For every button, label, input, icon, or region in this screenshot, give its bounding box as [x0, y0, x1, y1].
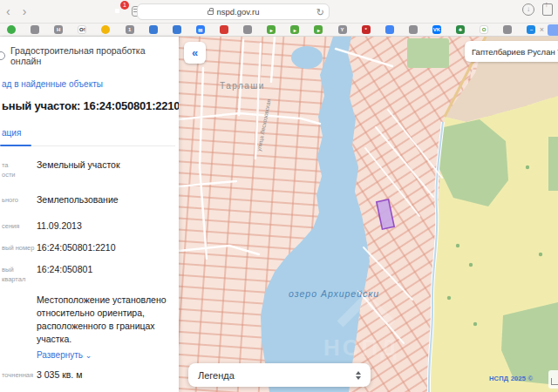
- map-green-strip: [548, 137, 558, 191]
- field-row: точненная 3 035 кв. м: [2, 368, 175, 382]
- bookmark-favicon[interactable]: ~: [527, 25, 535, 34]
- tab-chip[interactable]: [548, 24, 558, 36]
- bookmark-favicon[interactable]: *: [362, 25, 371, 34]
- collapse-panel-button[interactable]: «: [184, 42, 206, 64]
- user-name-box[interactable]: Гаптелбариев Руслан Тагир: [465, 41, 558, 62]
- bookmark-favicon[interactable]: [503, 25, 512, 34]
- app-logo-icon: [0, 51, 5, 60]
- tab-information[interactable]: ация: [2, 128, 21, 138]
- parcel-title: ьный участок: 16:24:050801:2210: [2, 99, 175, 112]
- village-label: Тарлаши: [220, 81, 265, 91]
- app-title: Градостроительная проработка онлайн: [10, 45, 175, 66]
- map-pond: [291, 46, 323, 69]
- field-value: Землепользование: [37, 193, 119, 206]
- map-park: [407, 38, 449, 68]
- bookmark-favicon[interactable]: [7, 25, 16, 34]
- field-row: та ости Земельный участок: [2, 159, 175, 180]
- field-value: 3 035 кв. м: [37, 368, 82, 382]
- field-label: вый номер: [2, 241, 37, 253]
- back-button[interactable]: ‹: [0, 5, 17, 17]
- browser-toolbar: ‹ › 1 nspd.gov.ru ↻ ↓: [0, 0, 558, 24]
- fields-list: та ости Земельный участок ьного Землепол…: [2, 159, 175, 392]
- field-label: вый квартал: [2, 263, 37, 285]
- share-icon[interactable]: [542, 3, 553, 16]
- url-text: nspd.gov.ru: [217, 7, 260, 17]
- downloads-icon[interactable]: ↓: [522, 3, 534, 16]
- svg-text:НСПД: НСПД: [323, 335, 399, 361]
- browser-window: ‹ › 1 nspd.gov.ru ↻ ↓ HO!1✉▸▸▸Y*VK♣O~ ×: [0, 0, 558, 392]
- field-row: вый номер 16:24:050801:2210: [2, 241, 175, 254]
- back-to-results-link[interactable]: ад в найденные объекты: [2, 79, 175, 89]
- bookmark-favicon[interactable]: O!: [78, 25, 86, 34]
- bookmark-favicon[interactable]: [243, 25, 252, 34]
- bookmark-favicon[interactable]: VK: [432, 25, 441, 34]
- bookmark-favicon[interactable]: [149, 25, 158, 34]
- bookmark-favicon[interactable]: [31, 25, 39, 34]
- field-value: Местоположение установлено относительно …: [37, 294, 175, 347]
- bookmark-favicon[interactable]: ▸: [314, 25, 323, 34]
- refresh-icon[interactable]: ↻: [316, 7, 324, 18]
- field-label: та ости: [2, 159, 37, 180]
- bookmark-favicon[interactable]: ♣: [456, 25, 465, 34]
- expand-label: Развернуть: [37, 350, 83, 360]
- field-value: 11.09.2013: [37, 220, 82, 233]
- lock-icon: [208, 10, 214, 15]
- bookmark-favicon[interactable]: [101, 25, 110, 34]
- bookmarks-bar: HO!1✉▸▸▸Y*VK♣O~ ×: [0, 24, 558, 37]
- nspd-copyright: НСПД 2025 ©: [489, 375, 533, 382]
- bookmark-favicon[interactable]: H: [54, 25, 63, 34]
- bookmark-favicon[interactable]: [385, 25, 394, 34]
- field-label: ьного: [2, 193, 37, 205]
- bookmark-favicon[interactable]: [220, 25, 228, 34]
- field-row: ьного Землепользование: [2, 193, 175, 206]
- field-label: точненная: [2, 368, 37, 380]
- chevron-down-icon: ⌄: [85, 351, 92, 360]
- forward-button[interactable]: ›: [17, 5, 33, 17]
- bookmark-favicon[interactable]: [409, 25, 418, 34]
- map-canvas[interactable]: НСПД Тарлаши улица Лесхозовская озеро Ар…: [179, 37, 558, 392]
- field-value: Земельный участок: [37, 159, 120, 172]
- sort-chevrons-icon: [356, 371, 361, 380]
- legend-label: Легенда: [198, 370, 235, 381]
- app-header: Градостроительная проработка онлайн: [2, 45, 175, 66]
- field-value: 16:24:050801:2210: [37, 241, 116, 254]
- field-row: сения 11.09.2013: [2, 220, 175, 233]
- scale-widget: [548, 370, 558, 389]
- close-icon[interactable]: ×: [540, 25, 544, 34]
- tabs-row: ация: [2, 124, 175, 146]
- bookmark-favicon[interactable]: ▸: [290, 25, 299, 34]
- field-label: сения: [2, 220, 37, 231]
- bookmark-favicon[interactable]: 1: [126, 25, 134, 34]
- favicon-strip: HO!1✉▸▸▸Y*VK♣O~: [3, 25, 540, 34]
- address-bar[interactable]: nspd.gov.ru ↻: [137, 3, 330, 20]
- bookmark-favicon[interactable]: ✉: [196, 25, 205, 34]
- lake-label: озеро Архирейски: [289, 288, 379, 299]
- bookmark-favicon[interactable]: Y: [338, 25, 347, 34]
- field-label: [2, 294, 37, 295]
- info-panel: Градостроительная проработка онлайн ад в…: [0, 37, 179, 392]
- field-row: Местоположение установлено относительно …: [2, 294, 175, 360]
- bookmark-favicon[interactable]: ▸: [267, 25, 276, 34]
- legend-dropdown[interactable]: Легенда: [188, 363, 371, 387]
- bookmark-favicon[interactable]: O: [480, 25, 488, 34]
- expand-link[interactable]: Развернуть ⌄: [37, 350, 175, 360]
- extensions-button[interactable]: 1: [112, 5, 124, 17]
- field-row: вый квартал 16:24:050801: [2, 263, 175, 285]
- map-area: НСПД Тарлаши улица Лесхозовская озеро Ар…: [179, 37, 558, 392]
- active-tab-indicator: [0, 145, 31, 147]
- bookmark-favicon[interactable]: [173, 25, 181, 34]
- field-value: 16:24:050801: [37, 263, 92, 276]
- extension-badge: 1: [120, 1, 129, 10]
